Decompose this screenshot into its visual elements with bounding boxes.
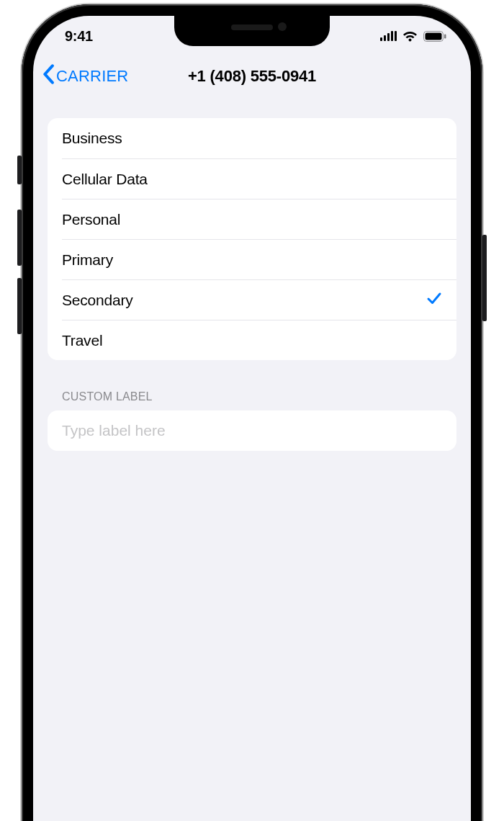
label-text: Travel [62, 332, 102, 349]
status-indicators [380, 31, 446, 42]
cellular-icon [380, 31, 397, 41]
label-row-business[interactable]: Business [48, 118, 456, 158]
nav-bar: CARRIER +1 (408) 555-0941 [33, 56, 471, 97]
battery-icon [423, 31, 446, 42]
checkmark-icon [426, 290, 442, 310]
label-row-primary[interactable]: Primary [62, 239, 456, 279]
content: Business Cellular Data Personal Primary … [33, 97, 471, 451]
label-text: Business [62, 130, 122, 147]
chevron-left-icon [42, 64, 55, 89]
phone-frame: 9:41 [22, 4, 482, 821]
custom-label-input[interactable] [62, 422, 442, 439]
volume-down-button [17, 278, 22, 334]
back-button[interactable]: CARRIER [42, 64, 128, 89]
power-button [482, 235, 487, 321]
label-text: Secondary [62, 292, 133, 309]
custom-label-section [48, 410, 456, 451]
label-text: Personal [62, 211, 120, 228]
label-row-secondary[interactable]: Secondary [62, 279, 456, 320]
label-row-cellular-data[interactable]: Cellular Data [62, 158, 456, 199]
silence-switch [17, 156, 22, 184]
wifi-icon [402, 31, 418, 42]
label-list: Business Cellular Data Personal Primary … [48, 118, 456, 360]
notch [174, 16, 330, 46]
back-label: CARRIER [56, 67, 128, 86]
label-text: Cellular Data [62, 171, 148, 188]
svg-rect-2 [387, 33, 390, 41]
screen: 9:41 [33, 16, 471, 821]
svg-rect-7 [444, 34, 446, 38]
status-time: 9:41 [65, 28, 93, 45]
label-row-travel[interactable]: Travel [62, 320, 456, 360]
svg-rect-4 [395, 31, 397, 41]
svg-rect-0 [380, 37, 382, 41]
label-row-personal[interactable]: Personal [62, 199, 456, 239]
custom-label-row[interactable] [48, 410, 456, 451]
label-text: Primary [62, 251, 113, 269]
svg-rect-6 [426, 32, 442, 40]
volume-up-button [17, 210, 22, 266]
custom-label-header: CUSTOM LABEL [48, 360, 456, 410]
svg-rect-1 [384, 35, 386, 41]
svg-rect-3 [391, 31, 393, 41]
